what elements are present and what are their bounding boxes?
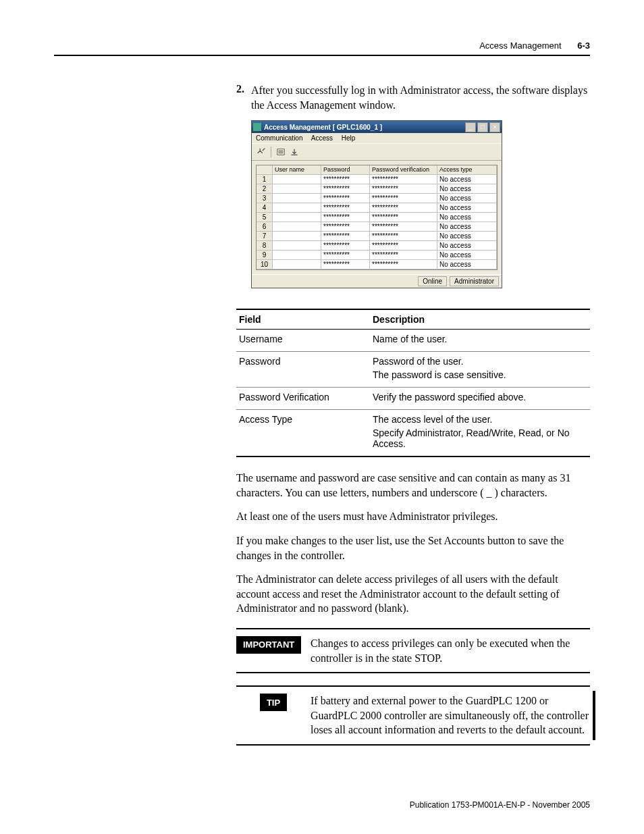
grid-cell-username[interactable]: [273, 175, 321, 184]
grid-cell-verification[interactable]: **********: [370, 213, 437, 222]
ftable-desc-line: Specify Administrator, Read/Write, Read,…: [373, 427, 587, 449]
window-close-button[interactable]: ×: [489, 122, 500, 132]
header-page: 6-3: [577, 41, 590, 51]
grid-row[interactable]: 10********************No access: [257, 260, 497, 269]
grid-cell-username[interactable]: [273, 203, 321, 213]
window-minimize-button[interactable]: _: [465, 122, 476, 132]
tip-callout: TIP If battery and external power to the…: [236, 685, 590, 746]
grid-cell-rownum: 8: [257, 241, 273, 251]
ftable-desc-line: Verify the password specified above.: [373, 392, 587, 402]
grid-cell-password[interactable]: **********: [321, 251, 370, 260]
window-statusbar: Online Administrator: [252, 274, 502, 288]
grid-row[interactable]: 3********************No access: [257, 194, 497, 203]
grid-cell-rownum: 2: [257, 184, 273, 194]
toolbar-connect-icon[interactable]: [254, 145, 268, 159]
grid-cell-username[interactable]: [273, 260, 321, 269]
grid-row[interactable]: 4********************No access: [257, 203, 497, 213]
grid-row[interactable]: 2********************No access: [257, 184, 497, 194]
grid-cell-verification[interactable]: **********: [370, 251, 437, 260]
grid-cell-accesstype[interactable]: No access: [437, 175, 497, 184]
grid-cell-password[interactable]: **********: [321, 184, 370, 194]
step-2: 2. After you successfully log in with Ad…: [236, 83, 590, 112]
ftable-field: Username: [236, 330, 370, 352]
header-section: Access Management: [479, 41, 561, 51]
grid-cell-password[interactable]: **********: [321, 222, 370, 232]
ftable-desc: Verify the password specified above.: [370, 388, 590, 410]
grid-cell-password[interactable]: **********: [321, 241, 370, 251]
access-management-window: Access Management [ GPLC1600_1 ] _ □ × C…: [251, 120, 502, 288]
users-grid: User name Password Password verification…: [256, 165, 498, 270]
grid-row[interactable]: 8********************No access: [257, 241, 497, 251]
grid-header-row: User name Password Password verification…: [257, 165, 497, 175]
grid-cell-rownum: 5: [257, 213, 273, 222]
grid-cell-accesstype[interactable]: No access: [437, 251, 497, 260]
grid-cell-accesstype[interactable]: No access: [437, 222, 497, 232]
grid-cell-accesstype[interactable]: No access: [437, 203, 497, 213]
grid-cell-username[interactable]: [273, 184, 321, 194]
grid-cell-username[interactable]: [273, 222, 321, 232]
grid-cell-verification[interactable]: **********: [370, 184, 437, 194]
ftable-row: Password Verification Verify the passwor…: [236, 388, 590, 410]
grid-cell-verification[interactable]: **********: [370, 194, 437, 203]
grid-cell-username[interactable]: [273, 232, 321, 241]
grid-cell-password[interactable]: **********: [321, 194, 370, 203]
grid-cell-rownum: 10: [257, 260, 273, 269]
window-toolbar: [252, 143, 502, 161]
header-rule: [54, 55, 590, 56]
ftable-field: Password Verification: [236, 388, 370, 410]
ftable-desc: The access level of the user. Specify Ad…: [370, 410, 590, 457]
grid-cell-accesstype[interactable]: No access: [437, 260, 497, 269]
window-title: Access Management [ GPLC1600_1 ]: [264, 124, 464, 131]
window-maximize-button[interactable]: □: [477, 122, 488, 132]
grid-cell-username[interactable]: [273, 194, 321, 203]
grid-cell-accesstype[interactable]: No access: [437, 213, 497, 222]
grid-cell-username[interactable]: [273, 241, 321, 251]
grid-cell-username[interactable]: [273, 213, 321, 222]
grid-cell-verification[interactable]: **********: [370, 260, 437, 269]
ftable-field: Password: [236, 352, 370, 388]
menu-communication[interactable]: Communication: [256, 134, 302, 142]
ftable-desc-line: The password is case sensitive.: [373, 369, 587, 380]
grid-row[interactable]: 1********************No access: [257, 175, 497, 184]
toolbar-set-accounts-icon[interactable]: [274, 145, 288, 159]
ftable-desc-line: The access level of the user.: [373, 414, 587, 425]
ftable-desc-line: Password of the user.: [373, 356, 587, 367]
menu-access[interactable]: Access: [311, 134, 333, 142]
grid-row[interactable]: 9********************No access: [257, 251, 497, 260]
ftable-header-field: Field: [236, 309, 370, 330]
grid-cell-verification[interactable]: **********: [370, 175, 437, 184]
change-bar: [593, 691, 595, 740]
grid-cell-password[interactable]: **********: [321, 232, 370, 241]
grid-cell-password[interactable]: **********: [321, 175, 370, 184]
grid-cell-verification[interactable]: **********: [370, 241, 437, 251]
statusbar-user: Administrator: [450, 276, 499, 286]
grid-cell-rownum: 3: [257, 194, 273, 203]
grid-cell-rownum: 4: [257, 203, 273, 213]
grid-cell-verification[interactable]: **********: [370, 232, 437, 241]
grid-cell-accesstype[interactable]: No access: [437, 184, 497, 194]
toolbar-export-icon[interactable]: [288, 145, 301, 159]
important-tag: IMPORTANT: [236, 636, 301, 654]
grid-row[interactable]: 5********************No access: [257, 213, 497, 222]
grid-cell-accesstype[interactable]: No access: [437, 194, 497, 203]
grid-header-password: Password: [321, 165, 370, 175]
grid-row[interactable]: 6********************No access: [257, 222, 497, 232]
tip-text: If battery and external power to the Gua…: [311, 694, 590, 737]
grid-cell-accesstype[interactable]: No access: [437, 232, 497, 241]
grid-cell-password[interactable]: **********: [321, 213, 370, 222]
grid-cell-password[interactable]: **********: [321, 260, 370, 269]
window-titlebar: Access Management [ GPLC1600_1 ] _ □ ×: [252, 121, 502, 133]
grid-header-rownum: [257, 165, 273, 175]
running-header: Access Management 6-3: [54, 41, 590, 51]
grid-cell-rownum: 6: [257, 222, 273, 232]
grid-cell-verification[interactable]: **********: [370, 222, 437, 232]
grid-cell-accesstype[interactable]: No access: [437, 241, 497, 251]
grid-header-verification: Password verification: [370, 165, 437, 175]
grid-cell-verification[interactable]: **********: [370, 203, 437, 213]
ftable-desc: Name of the user.: [370, 330, 590, 352]
menu-help[interactable]: Help: [342, 134, 356, 142]
grid-header-username: User name: [273, 165, 321, 175]
grid-row[interactable]: 7********************No access: [257, 232, 497, 241]
grid-cell-username[interactable]: [273, 251, 321, 260]
grid-cell-password[interactable]: **********: [321, 203, 370, 213]
